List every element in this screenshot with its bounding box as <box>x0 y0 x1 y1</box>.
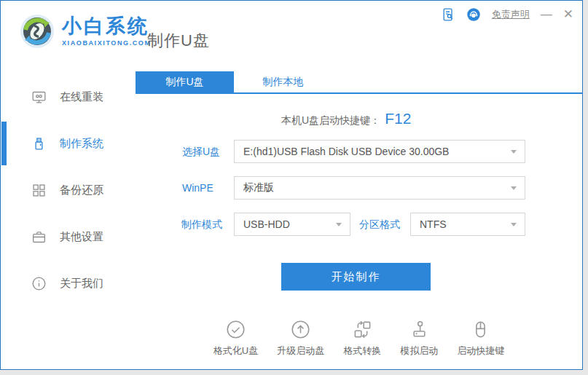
close-button[interactable]: ✕ <box>563 7 573 22</box>
sidebar: 在线重装 制作系统 备份还原 <box>1 71 136 307</box>
partition-format-label: 分区格式 <box>359 218 400 232</box>
minimize-button[interactable]: — <box>541 7 552 22</box>
mouse-icon <box>471 320 490 339</box>
sidebar-item-online-reinstall[interactable]: 在线重装 <box>1 74 136 120</box>
page-title: 制作U盘 <box>147 30 210 52</box>
tool-boot-hotkey[interactable]: 启动快捷键 <box>457 320 504 358</box>
sidebar-item-label: 制作系统 <box>60 137 103 151</box>
check-circle-icon <box>226 320 246 339</box>
chevron-down-icon <box>336 223 342 226</box>
app-logo: 小白系统 XIAOBAIXITONG.COM <box>20 14 152 49</box>
usb-select-dropdown[interactable]: E:(hd1)USB Flash Disk USB Device 30.00GB <box>234 140 525 163</box>
info-icon <box>31 276 47 291</box>
boot-hotkey-label: 本机U盘启动快捷键： <box>281 114 380 127</box>
sidebar-item-about-us[interactable]: 关于我们 <box>1 260 136 307</box>
partition-format-value: NTFS <box>420 218 447 230</box>
tool-upgrade-boot-disk[interactable]: 升级启动盘 <box>277 320 324 358</box>
winpe-value: 标准版 <box>243 181 274 194</box>
tool-label: 模拟启动 <box>400 344 438 358</box>
make-mode-value: USB-HDD <box>243 218 290 230</box>
usb-select-value: E:(hd1)USB Flash Disk USB Device 30.00GB <box>243 146 449 157</box>
make-mode-dropdown[interactable]: USB-HDD <box>234 213 350 236</box>
document-search-icon[interactable] <box>441 7 455 22</box>
titlebar: 免责声明 — ✕ <box>441 7 573 23</box>
tab-make-usb[interactable]: 制作U盘 <box>136 71 234 92</box>
boot-hotkey-value: F12 <box>385 110 411 127</box>
winpe-dropdown[interactable]: 标准版 <box>234 176 525 200</box>
monitor-icon <box>31 90 47 105</box>
tool-label: 格式化U盘 <box>213 344 258 358</box>
tool-label: 升级启动盘 <box>277 344 324 358</box>
tool-simulate-boot[interactable]: 模拟启动 <box>400 320 438 358</box>
format-convert-icon <box>353 320 372 339</box>
app-window: 小白系统 XIAOBAIXITONG.COM 制作U盘 免责声明 — ✕ <box>0 0 583 370</box>
sidebar-item-label: 关于我们 <box>60 277 103 291</box>
disclaimer-link[interactable]: 免责声明 <box>492 8 530 21</box>
logo-title: 小白系统 <box>62 16 152 38</box>
sidebar-item-make-system[interactable]: 制作系统 <box>1 120 136 167</box>
tab-bar: 制作U盘 制作本地 <box>136 71 582 94</box>
sidebar-item-label: 备份还原 <box>60 183 103 197</box>
tool-label: 格式转换 <box>343 344 381 358</box>
make-mode-label: 制作模式 <box>181 218 222 232</box>
start-make-button[interactable]: 开始制作 <box>281 263 431 291</box>
joystick-icon <box>409 320 429 339</box>
boot-hotkey-line: 本机U盘启动快捷键： F12 <box>281 110 411 127</box>
tool-format-convert[interactable]: 格式转换 <box>343 320 381 358</box>
arrow-up-circle-icon <box>291 320 310 339</box>
bottom-tools: 格式化U盘 升级启动盘 格式转换 <box>136 320 582 358</box>
briefcase-icon <box>31 229 47 245</box>
customer-service-icon[interactable] <box>466 7 481 22</box>
chevron-down-icon <box>511 150 517 154</box>
sidebar-item-label: 其他设置 <box>60 230 103 244</box>
logo-subtitle: XIAOBAIXITONG.COM <box>62 39 152 47</box>
usb-drive-icon <box>31 136 47 151</box>
partition-format-dropdown[interactable]: NTFS <box>410 213 525 236</box>
winpe-label: WinPE <box>182 182 213 194</box>
chevron-down-icon <box>511 223 517 226</box>
sidebar-item-backup-restore[interactable]: 备份还原 <box>1 167 136 213</box>
usb-select-label: 选择U盘 <box>182 146 220 159</box>
logo-icon <box>20 14 55 49</box>
sidebar-item-label: 在线重装 <box>60 90 103 104</box>
tool-format-usb[interactable]: 格式化U盘 <box>213 320 258 358</box>
chevron-down-icon <box>511 186 517 190</box>
sidebar-item-other-settings[interactable]: 其他设置 <box>1 213 136 260</box>
grid-icon <box>31 183 47 198</box>
tab-make-local[interactable]: 制作本地 <box>234 71 332 92</box>
tool-label: 启动快捷键 <box>457 344 504 358</box>
